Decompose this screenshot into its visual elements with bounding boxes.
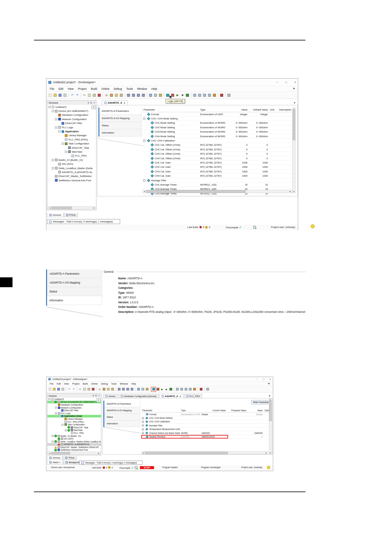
panel-dropdown-icon[interactable]: ▾ — [93, 394, 94, 397]
redo-icon[interactable]: ↷ — [75, 93, 79, 97]
new-file-icon[interactable] — [48, 388, 52, 391]
menu-project[interactable]: Project — [72, 383, 79, 385]
bookmark-clear-icon[interactable] — [141, 93, 145, 97]
content-horizontal-scrollbar[interactable]: ◄► — [141, 451, 268, 454]
step-over-icon[interactable] — [175, 388, 179, 391]
param-row-ch1-cal-gain[interactable]: CH1 Cal. GainINT(-32768..32767)10001000 — [143, 161, 292, 165]
menu-edit[interactable]: Edit — [59, 87, 64, 90]
menu-debug[interactable]: Debug — [101, 383, 108, 385]
param-row-temperature-measurement-units[interactable]: +Temperature Measurement Units — [141, 428, 271, 431]
side-tab-information[interactable]: Information — [46, 296, 102, 305]
menu-help[interactable]: Help — [151, 87, 157, 90]
param-row-channel-detect-and-alarm-settings[interactable]: +Channel Detect and Alarm SettingsWORD16… — [141, 431, 271, 435]
tree-item-plc-logic[interactable]: −PLC Logic — [47, 125, 96, 129]
tree-item-application[interactable]: −Application — [47, 129, 96, 133]
misc-icon[interactable] — [206, 388, 209, 391]
tree-item-as04rtd-a-as04rtd-a[interactable]: AS04RTD_A (AS04RTD-A) — [47, 443, 101, 446]
minimize-button[interactable]: − — [256, 378, 258, 380]
bottom-tab-devices[interactable]: Devices — [47, 213, 64, 217]
tree-item-delta-localbus-master-delta[interactable]: −Delta_LocalBus_Master (Delta — [47, 166, 96, 170]
param-row-ch3-cal-offset-v-ma[interactable]: CH3 Cal. Offset (V/mA)INT(-32768..32767)… — [143, 152, 292, 156]
find-icon[interactable]: ◎ — [104, 93, 109, 97]
maximize-button[interactable]: □ — [263, 378, 264, 380]
run-to-cursor-icon[interactable] — [207, 93, 212, 97]
side-tab-as04rtd-a-parameters[interactable]: AS04RTD-A Parameters — [98, 108, 142, 115]
tree-dropdown-icon[interactable]: ▾ — [91, 105, 96, 109]
tree-item-as04rtd-a-as04rtd-a[interactable]: AS04RTD_A (AS04RTD-A) — [47, 170, 96, 174]
save-icon[interactable] — [57, 388, 60, 391]
maximize-button[interactable]: □ — [285, 81, 287, 84]
close-button[interactable]: × — [294, 81, 296, 84]
side-tab-as04rtd-a-parameters[interactable]: AS04RTD-A Parameters — [46, 269, 102, 278]
search-replace-icon[interactable] — [111, 388, 114, 391]
compile-icon[interactable] — [137, 388, 140, 391]
menu-project[interactable]: Project — [78, 87, 87, 90]
panel-dropdown-icon[interactable]: ▾ — [88, 102, 89, 104]
notification-icon[interactable] — [311, 224, 315, 228]
bottom-tab-devices[interactable]: Devices — [47, 456, 63, 460]
messages-bar[interactable]: Messages - Total 0 error(s), 0 warning(s… — [47, 219, 120, 224]
menu-build[interactable]: Build — [91, 87, 97, 90]
param-row-ch4-cal-offset-v-ma[interactable]: CH4 Cal. Offset (V/mA)INT(-32768..32767)… — [143, 156, 292, 161]
run-to-cursor-icon[interactable] — [188, 388, 192, 391]
search-icon[interactable] — [106, 388, 110, 391]
tree-item-softmotion-general-axis-pool[interactable]: SoftMotion General Axis Pool — [47, 178, 96, 182]
param-row-average-filter[interactable]: −Average Filter — [143, 178, 292, 183]
tree-item-plc-prg-prg[interactable]: PLC_PRG (PRG) — [47, 138, 96, 141]
package-icon[interactable] — [158, 93, 163, 97]
tab-list-dropdown-icon[interactable]: ▾ — [294, 101, 295, 104]
messages-bar[interactable]: Messages - Total 0 error(s), 0 warning(s… — [79, 461, 143, 465]
save-icon[interactable] — [58, 93, 62, 97]
tree-item-hardware-configuration[interactable]: Hardware Configuration — [47, 113, 96, 117]
new-file-icon[interactable] — [48, 93, 52, 97]
search-replace-icon[interactable] — [119, 93, 123, 97]
tree-expander-icon[interactable]: − — [55, 412, 57, 414]
tree-item-plc-logic[interactable]: −PLC Logic — [47, 412, 101, 415]
logout-icon[interactable] — [156, 388, 160, 391]
param-row-ch1-ch4-calibration[interactable]: −CH1~CH4 Calibration — [143, 138, 292, 143]
cut-icon[interactable]: ✂ — [82, 93, 87, 97]
column-header-prepared-value[interactable]: Prepared Value — [227, 409, 247, 412]
tree-expander-icon[interactable]: − — [52, 110, 54, 112]
tree-expander-icon[interactable]: − — [55, 118, 57, 120]
tree-item-network-configuration[interactable]: −Network Configuration — [47, 117, 96, 121]
undo-icon[interactable]: ↶ — [67, 388, 71, 391]
tree-item-softmotion-general-axis-pool[interactable]: SoftMotion General Axis Pool — [47, 449, 101, 452]
tree-item-ethercat-filter[interactable]: EtherCAT Filter — [47, 409, 101, 412]
delete-icon[interactable] — [97, 93, 101, 97]
package-icon[interactable] — [145, 388, 149, 391]
param-row-ch4-mode-setting[interactable]: CH4 Mode SettingEnumeration of WORD0~300… — [143, 134, 292, 138]
bookmark-prev-icon[interactable] — [136, 93, 141, 97]
param-row-ch3-mode-setting[interactable]: CH3 Mode SettingEnumeration of WORD0~300… — [143, 130, 292, 134]
table-horizontal-scrollbar[interactable]: ◄► — [143, 190, 292, 193]
step-into-icon[interactable] — [180, 388, 183, 391]
tree-item-maintask[interactable]: −MainTask — [47, 150, 96, 154]
row-expander-icon[interactable]: − — [143, 179, 145, 182]
tree-item-ethercat-filter[interactable]: EtherCAT Filter — [47, 121, 96, 125]
row-expander-icon[interactable]: − — [143, 117, 145, 120]
generate-code-icon[interactable] — [153, 93, 158, 97]
tree-item-device-connected-ax-308ea0ma1t[interactable]: −Device [connected] (AX-308EA0MA1T) — [47, 401, 101, 404]
row-expander-icon[interactable]: + — [142, 424, 144, 426]
filter-icon[interactable]: ▼ — [268, 382, 270, 385]
tree-item-builtin-io-builtin-io[interactable]: −BuiltIn_IO (BuiltIn_IO) — [47, 435, 101, 438]
side-tab-status[interactable]: Status — [98, 122, 142, 129]
tree-item-ethercat-master-softmotion[interactable]: EtherCAT_Master_SoftMotion — [47, 174, 96, 178]
paste-icon[interactable] — [87, 388, 91, 391]
breakpoint-icon[interactable] — [199, 388, 203, 391]
run-icon[interactable]: ▶ — [175, 93, 180, 97]
tree-item-task-configuration[interactable]: −Task Configuration — [47, 423, 101, 426]
menu-tools[interactable]: Tools — [111, 383, 117, 385]
panel-pin-icon[interactable]: ⊡ — [90, 102, 92, 104]
param-row-ch1-cal-offset-v-ma[interactable]: CH1 Cal. Offset (V/mA)INT(-32768..32767)… — [143, 143, 292, 147]
tree-expander-icon[interactable]: − — [65, 429, 67, 431]
param-row-format[interactable]: FormatEnumeration of UINTIntegerInteger — [143, 112, 292, 116]
menu-file[interactable]: File — [50, 383, 53, 385]
menu-file[interactable]: File — [50, 87, 54, 90]
menu-view[interactable]: View — [67, 87, 73, 90]
menu-tools[interactable]: Tools — [126, 87, 133, 90]
side-tab-as04rtd-a-i-o-mapping[interactable]: AS04RTD-A I/O Mapping — [98, 115, 142, 122]
column-header-unit[interactable]: Unit — [269, 108, 278, 111]
undo-icon[interactable]: ↶ — [70, 93, 74, 97]
panel-horizontal-scrollbar[interactable]: ◄► — [48, 206, 96, 210]
